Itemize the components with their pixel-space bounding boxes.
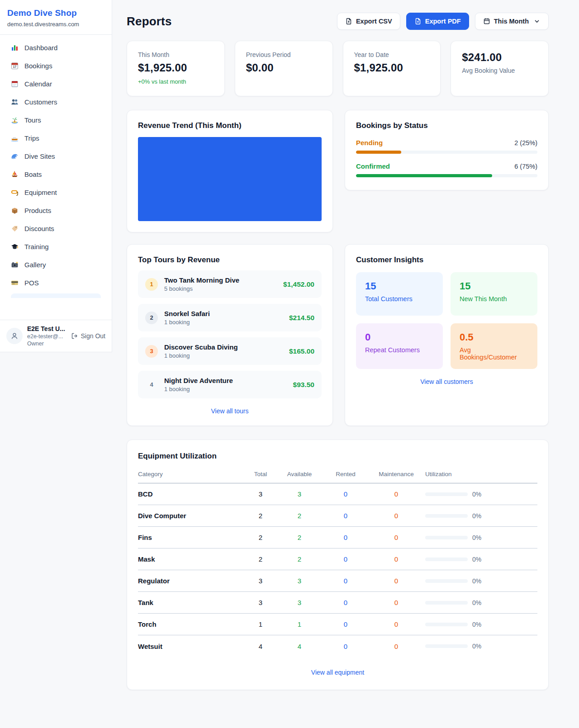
- period-select[interactable]: This Month: [475, 13, 549, 30]
- revenue-trend-chart: [138, 137, 322, 221]
- sidebar-item-discounts[interactable]: Discounts: [5, 221, 106, 236]
- stat-card-this-month: This Month $1,925.00 +0% vs last month: [127, 41, 225, 96]
- sidebar: Demo Dive Shop demo.test.divestreams.com…: [0, 0, 112, 352]
- equipment-utilization-cell: 0%: [425, 577, 537, 585]
- sidebar-item-calendar[interactable]: Calendar: [5, 76, 106, 91]
- equipment-utilization-cell: 0%: [425, 556, 537, 563]
- column-header-category: Category: [138, 471, 246, 477]
- sidebar-item-label: Trips: [24, 134, 39, 142]
- discounts-icon: [11, 225, 19, 232]
- equipment-category: Regulator: [138, 577, 246, 585]
- utilization-percent: 0%: [472, 491, 481, 498]
- equipment-utilization-cell: 0%: [425, 621, 537, 628]
- sidebar-item-dashboard[interactable]: Dashboard: [5, 40, 106, 55]
- equipment-maintenance: 0: [367, 534, 425, 541]
- column-header-maintenance: Maintenance: [367, 471, 425, 477]
- svg-text:17: 17: [13, 65, 17, 68]
- stat-label: Previous Period: [246, 51, 322, 58]
- sidebar-item-label: Tours: [24, 116, 41, 124]
- tour-row: 4 Night Dive Adventure 1 booking $93.50: [138, 371, 322, 398]
- sidebar-item-bookings[interactable]: 17 Bookings: [5, 58, 106, 73]
- rank-badge: 3: [145, 345, 158, 358]
- tour-amount: $1,452.00: [283, 280, 314, 288]
- sidebar-item-label: Products: [24, 207, 51, 214]
- sidebar-item-tours[interactable]: Tours: [5, 113, 106, 128]
- tours-icon: [11, 116, 19, 124]
- stat-value: $241.00: [462, 51, 537, 64]
- sidebar-item-label: Dashboard: [24, 44, 57, 52]
- equipment-utilization-cell: 0%: [425, 643, 537, 650]
- sidebar-item-dive-sites[interactable]: Dive Sites: [5, 149, 106, 164]
- utilization-percent: 0%: [472, 512, 481, 520]
- user-footer: E2E Test U... e2e-tester@... Owner Sign …: [0, 320, 112, 352]
- equipment-available: 3: [275, 490, 324, 498]
- utilization-percent: 0%: [472, 556, 481, 563]
- table-row: Fins22000%: [138, 527, 537, 548]
- insight-label: Total Customers: [365, 295, 434, 303]
- export-pdf-button[interactable]: Export PDF: [406, 13, 469, 30]
- equipment-rented: 0: [324, 643, 367, 650]
- equipment-utilization-cell: 0%: [425, 491, 537, 498]
- sidebar-item-trips[interactable]: Trips: [5, 131, 106, 146]
- equipment-category: Mask: [138, 555, 246, 563]
- page-header: Reports Export CSV Export PDF This Month: [127, 13, 549, 30]
- equipment-available: 2: [275, 512, 324, 520]
- sidebar-item-boats[interactable]: Boats: [5, 167, 106, 182]
- equipment-total: 2: [246, 555, 275, 563]
- view-all-tours-link[interactable]: View all tours: [138, 407, 322, 415]
- insight-repeat-customers: 0 Repeat Customers: [356, 323, 443, 369]
- sidebar-nav: Dashboard 17 Bookings Calendar Customers…: [0, 35, 112, 320]
- status-count: 2 (25%): [514, 139, 537, 147]
- utilization-bar: [425, 623, 468, 626]
- sign-out-label: Sign Out: [81, 332, 105, 340]
- bookings-icon: 17: [11, 62, 19, 70]
- utilization-percent: 0%: [472, 577, 481, 585]
- sidebar-item-training[interactable]: Training: [5, 239, 106, 254]
- calendar-icon: [483, 18, 490, 25]
- equipment-available: 3: [275, 577, 324, 585]
- user-role: Owner: [27, 340, 66, 347]
- sidebar-item-reports-partial[interactable]: [11, 293, 101, 298]
- status-bar-fill: [356, 174, 492, 177]
- sidebar-item-label: Dive Sites: [24, 152, 55, 160]
- equipment-rented: 0: [324, 512, 367, 520]
- sign-out-button[interactable]: Sign Out: [71, 332, 105, 340]
- rank-badge: 2: [145, 312, 158, 324]
- utilization-percent: 0%: [472, 534, 481, 541]
- equipment-rented: 0: [324, 599, 367, 606]
- sidebar-item-products[interactable]: Products: [5, 203, 106, 218]
- insights-row: Top Tours by Revenue 1 Two Tank Morning …: [127, 244, 549, 426]
- equipment-total: 3: [246, 577, 275, 585]
- customer-insights-card: Customer Insights 15 Total Customers 15 …: [345, 244, 549, 426]
- view-all-equipment-link[interactable]: View all equipment: [138, 669, 537, 676]
- stat-delta: +0% vs last month: [138, 78, 214, 85]
- equipment-available: 2: [275, 534, 324, 541]
- status-bar-track: [356, 151, 537, 154]
- equipment-available: 1: [275, 620, 324, 628]
- customers-icon: [11, 98, 19, 106]
- sidebar-item-label: Equipment: [24, 189, 57, 196]
- export-csv-button[interactable]: Export CSV: [337, 13, 400, 30]
- utilization-bar: [425, 558, 468, 561]
- tour-row: 1 Two Tank Morning Dive 5 bookings $1,45…: [138, 270, 322, 298]
- sign-out-icon: [71, 332, 78, 340]
- equipment-category: Dive Computer: [138, 512, 246, 520]
- equipment-maintenance: 0: [367, 512, 425, 520]
- equipment-utilization-cell: 0%: [425, 534, 537, 541]
- boats-icon: [11, 170, 19, 178]
- sidebar-item-gallery[interactable]: Gallery: [5, 257, 106, 272]
- sidebar-item-label: POS: [24, 279, 39, 287]
- sidebar-item-customers[interactable]: Customers: [5, 95, 106, 109]
- avatar: [6, 328, 23, 344]
- utilization-bar: [425, 644, 468, 648]
- sidebar-item-equipment[interactable]: Equipment: [5, 185, 106, 200]
- tour-bookings: 1 booking: [164, 352, 283, 359]
- view-all-customers-link[interactable]: View all customers: [356, 378, 537, 385]
- customer-insights-title: Customer Insights: [356, 255, 537, 265]
- sidebar-item-pos[interactable]: POS: [5, 275, 106, 290]
- utilization-bar: [425, 492, 468, 496]
- equipment-utilization-title: Equipment Utilization: [138, 452, 537, 461]
- equipment-available: 4: [275, 643, 324, 650]
- column-header-available: Available: [275, 471, 324, 477]
- equipment-utilization-card: Equipment Utilization Category Total Ava…: [127, 440, 549, 690]
